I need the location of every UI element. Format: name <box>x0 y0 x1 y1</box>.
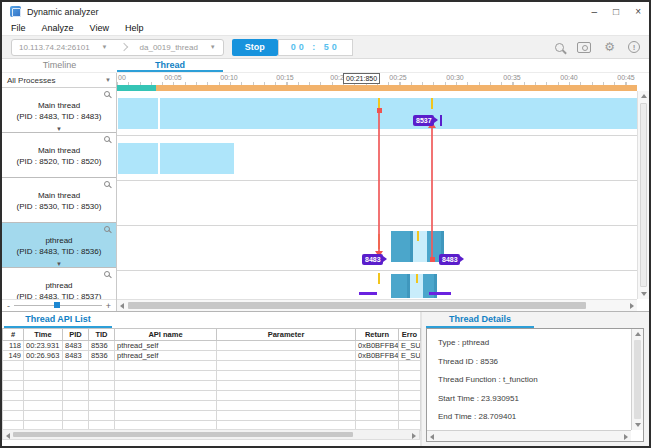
scroll-down-icon[interactable] <box>641 292 647 296</box>
scroll-down-icon[interactable] <box>635 423 641 427</box>
details-vertical-scrollbar[interactable] <box>631 329 643 430</box>
col-return[interactable]: Return <box>356 329 399 341</box>
scroll-left-icon[interactable] <box>6 433 10 439</box>
project-value: da_0019_thread <box>140 43 198 52</box>
scroll-up-icon[interactable] <box>641 94 647 98</box>
chart-row-8520[interactable] <box>117 136 637 181</box>
axis-tick: 00:15 <box>276 74 294 81</box>
zoom-slider-track[interactable] <box>14 305 102 306</box>
process-filter-select[interactable]: All Processes ▼ <box>2 73 116 88</box>
col-num[interactable]: # <box>3 329 24 341</box>
thread-row-8530[interactable]: Main thread (PID : 8530, TID : 8530) <box>2 178 116 223</box>
scroll-left-icon[interactable] <box>120 303 124 309</box>
thread-name: pthread <box>2 235 116 246</box>
scroll-right-icon[interactable] <box>624 434 628 440</box>
toolbar: 10.113.74.24:26101 ▼ da_0019_thread ▼ St… <box>2 36 649 59</box>
chevron-right-icon <box>119 43 127 51</box>
owner-pid-tag-left: 8483 <box>362 254 383 265</box>
scrollbar-thumb[interactable] <box>13 432 353 437</box>
chart-row-8537[interactable] <box>117 271 637 299</box>
chart-horizontal-scrollbar[interactable] <box>117 299 637 311</box>
project-select[interactable]: da_0019_thread ▼ <box>133 43 223 52</box>
detail-thread-function: Thread Function : t_function <box>438 375 627 384</box>
menu-analyze[interactable]: Analyze <box>42 23 74 33</box>
thread-row-8536-selected[interactable]: pthread (PID : 8483, TID : 8536) ▼ <box>2 223 116 268</box>
scroll-right-icon[interactable] <box>630 303 634 309</box>
scrollbar-thumb[interactable] <box>128 302 586 309</box>
thread-ids: (PID : 8520, TID : 8520) <box>2 156 116 167</box>
process-filter-value: All Processes <box>7 76 55 85</box>
tab-thread-api-list[interactable]: Thread API List <box>4 312 112 328</box>
scrollbar-thumb[interactable] <box>640 103 647 287</box>
chart-row-8536[interactable]: 8483 8483 <box>117 226 637 271</box>
menu-view[interactable]: View <box>90 23 109 33</box>
zoom-out-button[interactable]: - <box>7 301 10 311</box>
cell-return: 0xB0BFFB40 <box>356 351 399 361</box>
col-time[interactable]: Time <box>24 329 63 341</box>
close-button[interactable]: × <box>635 5 641 19</box>
thread-name: Main thread <box>2 145 116 156</box>
cell-tid: 8536 <box>89 341 115 351</box>
magnifier-icon[interactable] <box>104 91 110 97</box>
device-select[interactable]: 10.113.74.24:26101 ▼ <box>12 43 115 52</box>
detail-start-time: Start Time : 23.930951 <box>438 394 627 403</box>
thread-name: pthread <box>2 280 116 291</box>
col-error[interactable]: Erro <box>399 329 421 341</box>
minimize-button[interactable]: – <box>592 5 598 19</box>
scroll-up-icon[interactable] <box>635 332 641 336</box>
table-row[interactable]: 149 00:26.963 8483 8536 pthread_self 0xB… <box>3 351 421 361</box>
chevron-down-icon: ▼ <box>105 77 111 83</box>
tag-end-tick <box>440 115 442 126</box>
cell-error: E_SUC <box>399 341 421 351</box>
tab-thread[interactable]: Thread <box>117 59 223 72</box>
chart-row-8483[interactable]: 8537 <box>117 91 637 136</box>
zoom-in-button[interactable]: + <box>106 301 111 311</box>
view-tabs: Timeline Thread <box>2 59 649 73</box>
event-tick-yellow <box>378 273 380 284</box>
table-row[interactable]: 118 00:23.931 8483 8536 pthread_self 0xB… <box>3 341 421 351</box>
cell-return: 0xB0BFFB40 <box>356 341 399 351</box>
menu-help[interactable]: Help <box>125 23 144 33</box>
thread-details-box: Type : pthread Thread ID : 8536 Thread F… <box>426 328 644 442</box>
thread-details-content: Type : pthread Thread ID : 8536 Thread F… <box>427 329 631 430</box>
settings-gear-icon[interactable]: ⚙ <box>604 41 615 53</box>
menu-file[interactable]: File <box>11 23 26 33</box>
chart-row-8530[interactable] <box>117 181 637 226</box>
col-tid[interactable]: TID <box>89 329 115 341</box>
time-marker-readout: 00:21:850 <box>343 73 380 84</box>
thread-row-8537[interactable]: pthread (PID : 8483, TID : 8537) <box>2 268 116 299</box>
cell-pid: 8483 <box>63 341 89 351</box>
expander-icon[interactable]: ▼ <box>56 261 62 267</box>
tab-thread-details[interactable]: Thread Details <box>426 312 534 328</box>
maximize-button[interactable]: □ <box>613 5 619 19</box>
magnifier-icon[interactable] <box>104 136 110 142</box>
cell-pid: 8483 <box>63 351 89 361</box>
magnifier-icon[interactable] <box>104 226 110 232</box>
chart-vertical-scrollbar[interactable] <box>637 91 649 299</box>
col-pid[interactable]: PID <box>63 329 89 341</box>
thread-row-8520[interactable]: Main thread (PID : 8520, TID : 8520) <box>2 133 116 178</box>
elapsed-timer: 00 : 50 <box>278 39 353 56</box>
scroll-right-icon[interactable] <box>412 433 416 439</box>
stop-button[interactable]: Stop <box>232 39 278 56</box>
expander-icon[interactable]: ▼ <box>56 126 62 132</box>
time-axis[interactable]: 00 00:05 00:10 00:15 00:20 00:25 00:30 0… <box>117 73 637 85</box>
search-icon[interactable] <box>555 43 564 52</box>
col-parameter[interactable]: Parameter <box>217 329 356 341</box>
zoom-slider-thumb[interactable] <box>54 302 60 308</box>
scroll-left-icon[interactable] <box>430 434 434 440</box>
zoom-slider: - + <box>2 299 116 311</box>
info-icon[interactable]: ! <box>628 41 640 53</box>
col-api-name[interactable]: API name <box>115 329 217 341</box>
thread-row-8483[interactable]: Main thread (PID : 8483, TID : 8483) ▼ <box>2 88 116 133</box>
thread-name: Main thread <box>2 190 116 201</box>
api-table-horizontal-scrollbar[interactable] <box>2 429 420 440</box>
thread-list-panel: All Processes ▼ Main thread (PID : 8483,… <box>2 73 117 311</box>
scrollbar-thumb[interactable] <box>634 340 641 419</box>
tab-timeline[interactable]: Timeline <box>2 59 117 72</box>
screenshot-icon[interactable] <box>577 42 591 53</box>
magnifier-icon[interactable] <box>104 271 110 277</box>
magnifier-icon[interactable] <box>104 181 110 187</box>
event-tick-yellow <box>378 98 380 109</box>
details-horizontal-scrollbar[interactable] <box>427 430 631 441</box>
